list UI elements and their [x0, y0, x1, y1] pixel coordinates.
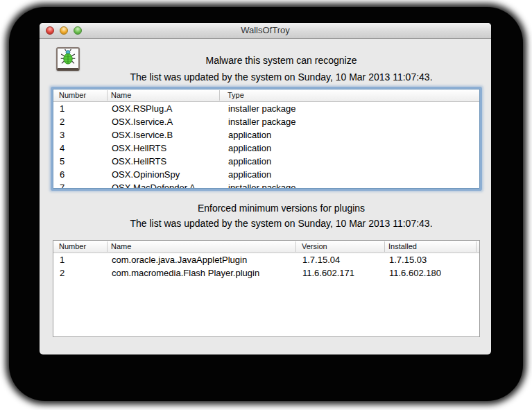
column-separator: [107, 241, 108, 252]
table-cell: 1.7.15.04: [302, 255, 340, 265]
table-cell: OSX.HellRTS: [112, 143, 166, 153]
column-header-version[interactable]: Version: [302, 242, 327, 250]
section-updated-plugins: The list was updated by the system on Su…: [71, 218, 491, 229]
table-cell: application: [228, 130, 271, 140]
column-header-number[interactable]: Number: [59, 242, 86, 250]
table-row[interactable]: 1com.oracle.java.JavaAppletPlugin1.7.15.…: [53, 253, 479, 266]
table-cell: installer package: [228, 117, 296, 127]
section-updated-malware: The list was updated by the system on Su…: [71, 71, 491, 83]
table-row[interactable]: 1OSX.RSPlug.Ainstaller package: [53, 102, 479, 115]
column-header-number[interactable]: Number: [59, 91, 86, 99]
table-cell: OSX.HellRTS: [112, 156, 166, 166]
table-cell: 5: [60, 156, 65, 166]
table-cell: com.oracle.java.JavaAppletPlugin: [112, 255, 247, 265]
table-row[interactable]: 3OSX.Iservice.Bapplication: [53, 128, 479, 142]
table-cell: com.macromedia.Flash Player.plugin: [112, 268, 259, 278]
malware-table-body: 1OSX.RSPlug.Ainstaller package2OSX.Iserv…: [53, 102, 479, 189]
table-row[interactable]: 2com.macromedia.Flash Player.plugin11.6.…: [53, 266, 479, 280]
column-separator: [107, 90, 108, 101]
table-cell: application: [228, 143, 271, 153]
column-header-installed[interactable]: Installed: [388, 242, 417, 250]
table-cell: OSX.Iservice.B: [112, 130, 173, 140]
table-cell: 11.6.602.180: [389, 268, 441, 278]
minimize-button[interactable]: [60, 26, 68, 35]
malware-table[interactable]: NumberNameType 1OSX.RSPlug.Ainstaller pa…: [53, 89, 480, 189]
column-header-type[interactable]: Type: [228, 91, 244, 99]
plugins-table-header: NumberNameVersionInstalled: [53, 241, 479, 253]
table-cell: 4: [60, 143, 65, 153]
column-separator: [384, 241, 385, 252]
table-cell: 2: [60, 268, 65, 278]
table-row[interactable]: 4OSX.HellRTSapplication: [53, 142, 479, 155]
section-heading-malware: Malware this system can recognize: [71, 55, 491, 66]
table-cell: 1: [60, 255, 65, 265]
table-row[interactable]: 2OSX.Iservice.Ainstaller package: [53, 115, 479, 128]
section-heading-plugins: Enforced minimum versions for plugins: [71, 203, 491, 214]
table-cell: OSX.OpinionSpy: [112, 169, 180, 180]
table-cell: installer package: [228, 103, 296, 114]
app-window: WallsOfTroy Malware this system can reco…: [40, 23, 491, 355]
titlebar[interactable]: WallsOfTroy: [40, 23, 491, 39]
table-cell: application: [228, 156, 271, 166]
plugins-table[interactable]: NumberNameVersionInstalled 1com.oracle.j…: [53, 240, 480, 337]
column-separator: [476, 241, 477, 252]
table-row[interactable]: 7OSX.MacDefender.Ainstaller package: [53, 181, 479, 189]
table-cell: application: [228, 169, 271, 180]
table-cell: 3: [60, 130, 65, 140]
table-cell: 6: [60, 169, 65, 180]
table-cell: 1.7.15.03: [389, 255, 427, 265]
table-cell: 1: [60, 103, 65, 114]
table-cell: OSX.RSPlug.A: [112, 103, 172, 114]
table-cell: 7: [60, 182, 65, 189]
table-row[interactable]: 6OSX.OpinionSpyapplication: [53, 168, 479, 181]
close-button[interactable]: [46, 26, 54, 35]
table-cell: 11.6.602.171: [302, 268, 354, 278]
zoom-button[interactable]: [74, 26, 82, 35]
window-title: WallsOfTroy: [40, 23, 491, 38]
column-header-name[interactable]: Name: [111, 242, 131, 250]
column-header-name[interactable]: Name: [111, 91, 131, 99]
column-separator: [219, 90, 220, 101]
table-cell: OSX.MacDefender.A: [112, 182, 196, 189]
table-row[interactable]: 5OSX.HellRTSapplication: [53, 155, 479, 168]
table-cell: 2: [60, 117, 65, 127]
malware-table-header: NumberNameType: [53, 89, 479, 102]
table-cell: installer package: [228, 182, 296, 189]
table-cell: OSX.Iservice.A: [112, 117, 173, 127]
column-separator: [295, 241, 296, 252]
plugins-table-body: 1com.oracle.java.JavaAppletPlugin1.7.15.…: [53, 253, 479, 280]
